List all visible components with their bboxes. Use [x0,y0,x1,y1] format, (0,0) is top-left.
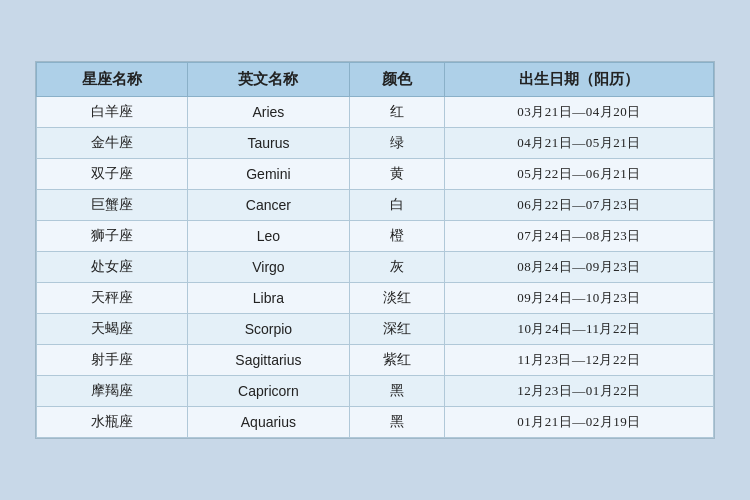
cell-color: 红 [350,97,445,128]
table-row: 天蝎座Scorpio深红10月24日—11月22日 [37,314,714,345]
cell-english-name: Gemini [187,159,349,190]
cell-date: 01月21日—02月19日 [444,407,713,438]
cell-english-name: Aquarius [187,407,349,438]
cell-date: 09月24日—10月23日 [444,283,713,314]
cell-color: 紫红 [350,345,445,376]
table-row: 水瓶座Aquarius黑01月21日—02月19日 [37,407,714,438]
table-row: 金牛座Taurus绿04月21日—05月21日 [37,128,714,159]
cell-date: 03月21日—04月20日 [444,97,713,128]
cell-english-name: Libra [187,283,349,314]
cell-english-name: Leo [187,221,349,252]
cell-date: 05月22日—06月21日 [444,159,713,190]
cell-english-name: Scorpio [187,314,349,345]
cell-chinese-name: 水瓶座 [37,407,188,438]
table-row: 白羊座Aries红03月21日—04月20日 [37,97,714,128]
cell-chinese-name: 射手座 [37,345,188,376]
table-header-row: 星座名称 英文名称 颜色 出生日期（阳历） [37,63,714,97]
cell-english-name: Cancer [187,190,349,221]
header-date: 出生日期（阳历） [444,63,713,97]
cell-color: 绿 [350,128,445,159]
cell-chinese-name: 摩羯座 [37,376,188,407]
cell-chinese-name: 巨蟹座 [37,190,188,221]
cell-date: 10月24日—11月22日 [444,314,713,345]
cell-english-name: Capricorn [187,376,349,407]
cell-color: 深红 [350,314,445,345]
cell-english-name: Sagittarius [187,345,349,376]
cell-date: 11月23日—12月22日 [444,345,713,376]
table-row: 双子座Gemini黄05月22日—06月21日 [37,159,714,190]
table-row: 巨蟹座Cancer白06月22日—07月23日 [37,190,714,221]
cell-color: 黑 [350,376,445,407]
table-row: 处女座Virgo灰08月24日—09月23日 [37,252,714,283]
cell-english-name: Virgo [187,252,349,283]
cell-color: 白 [350,190,445,221]
cell-english-name: Aries [187,97,349,128]
zodiac-table: 星座名称 英文名称 颜色 出生日期（阳历） 白羊座Aries红03月21日—04… [36,62,714,438]
cell-color: 淡红 [350,283,445,314]
cell-english-name: Taurus [187,128,349,159]
table-row: 射手座Sagittarius紫红11月23日—12月22日 [37,345,714,376]
cell-chinese-name: 处女座 [37,252,188,283]
cell-date: 06月22日—07月23日 [444,190,713,221]
cell-chinese-name: 双子座 [37,159,188,190]
cell-date: 12月23日—01月22日 [444,376,713,407]
cell-chinese-name: 天蝎座 [37,314,188,345]
cell-color: 灰 [350,252,445,283]
cell-color: 橙 [350,221,445,252]
cell-color: 黑 [350,407,445,438]
cell-color: 黄 [350,159,445,190]
header-chinese-name: 星座名称 [37,63,188,97]
header-color: 颜色 [350,63,445,97]
table-row: 狮子座Leo橙07月24日—08月23日 [37,221,714,252]
header-english-name: 英文名称 [187,63,349,97]
zodiac-table-wrapper: 星座名称 英文名称 颜色 出生日期（阳历） 白羊座Aries红03月21日—04… [35,61,715,439]
cell-chinese-name: 金牛座 [37,128,188,159]
table-row: 天秤座Libra淡红09月24日—10月23日 [37,283,714,314]
table-row: 摩羯座Capricorn黑12月23日—01月22日 [37,376,714,407]
cell-date: 08月24日—09月23日 [444,252,713,283]
cell-chinese-name: 狮子座 [37,221,188,252]
cell-date: 07月24日—08月23日 [444,221,713,252]
cell-date: 04月21日—05月21日 [444,128,713,159]
cell-chinese-name: 白羊座 [37,97,188,128]
table-body: 白羊座Aries红03月21日—04月20日金牛座Taurus绿04月21日—0… [37,97,714,438]
cell-chinese-name: 天秤座 [37,283,188,314]
